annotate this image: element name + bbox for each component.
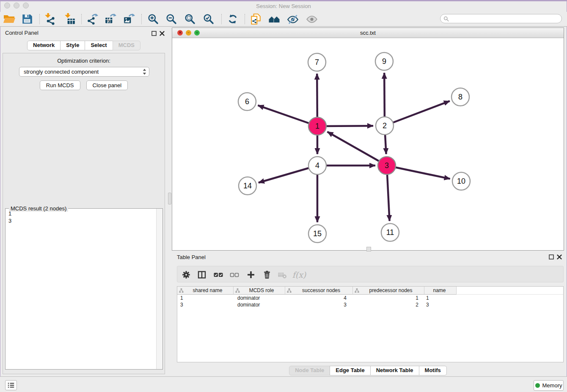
graph-node-label: 14: [243, 182, 252, 190]
tab-network[interactable]: Network: [27, 41, 61, 50]
save-session-button[interactable]: [20, 12, 34, 26]
network-graph[interactable]: 7968124314101511: [172, 38, 564, 250]
cell-name: 1: [424, 295, 457, 301]
export-network-icon: [86, 13, 98, 25]
optimization-criterion-select[interactable]: strongly connected component: [19, 67, 149, 77]
graph-node-label: 10: [457, 177, 465, 185]
table-toolbar: f(x): [177, 266, 564, 282]
tab-mcds[interactable]: MCDS: [113, 41, 140, 50]
close-panel-icon[interactable]: [160, 31, 165, 36]
table-settings-button[interactable]: [180, 269, 192, 281]
export-image-button[interactable]: [122, 12, 136, 26]
checked-checkboxes-icon: [213, 270, 224, 280]
main-toolbar: [0, 12, 567, 27]
zoom-fit-button[interactable]: [183, 12, 197, 26]
home-view-button[interactable]: [267, 12, 281, 26]
graph-edge-1-6[interactable]: [258, 105, 318, 126]
network-window-titlebar: ✕ − ＋ scc.txt: [172, 28, 564, 38]
tab-network-table[interactable]: Network Table: [370, 366, 419, 375]
toolbar-separator: [39, 14, 40, 24]
mcds-result-item: 1: [6, 210, 157, 217]
graph-edge-3-10[interactable]: [387, 166, 450, 179]
mcds-result-list[interactable]: 1 3: [6, 210, 157, 369]
delete-columns-button[interactable]: [261, 269, 273, 281]
tab-node-table[interactable]: Node Table: [289, 366, 330, 375]
zoom-out-icon: [165, 13, 177, 25]
eye-slash-icon: [287, 13, 299, 25]
copy-network-icon: [250, 13, 261, 25]
column-header-shared-name[interactable]: shared name: [177, 287, 234, 295]
close-panel-icon[interactable]: [557, 254, 562, 259]
import-table-icon: [64, 13, 76, 25]
graph-node-label: 8: [458, 93, 462, 101]
tab-edge-table[interactable]: Edge Table: [330, 366, 370, 375]
column-header-name[interactable]: name: [424, 287, 457, 295]
run-mcds-button[interactable]: Run MCDS: [40, 80, 80, 90]
node-table-header: shared name MCDS role successor nodes pr…: [177, 287, 563, 295]
gear-icon: [181, 270, 191, 280]
column-header-successor-nodes[interactable]: successor nodes: [285, 287, 353, 295]
zoom-in-button[interactable]: [146, 12, 160, 26]
cell-shared-name: 1: [177, 295, 234, 301]
table-row[interactable]: 3 dominator 3 2 3: [177, 301, 563, 308]
mcds-result-group: MCDS result (2 nodes) 1 3: [5, 208, 163, 370]
cell-predecessor-nodes: 1: [353, 295, 424, 301]
network-search-field[interactable]: [440, 14, 562, 23]
control-panel-title: Control Panel: [5, 30, 39, 36]
table-row[interactable]: 1 dominator 4 1 1: [177, 295, 563, 301]
search-icon: [443, 16, 449, 22]
float-panel-icon[interactable]: [151, 31, 157, 36]
show-panels-button[interactable]: [5, 380, 17, 390]
show-elements-button[interactable]: [305, 12, 319, 26]
table-panel-title: Table Panel: [177, 254, 206, 260]
export-network-button[interactable]: [85, 12, 99, 26]
graph-node-label: 7: [315, 58, 319, 66]
export-table-button[interactable]: [103, 12, 118, 26]
graph-edge-3-1[interactable]: [328, 132, 387, 166]
zoom-selected-button[interactable]: [201, 12, 216, 26]
close-panel-button[interactable]: Close panel: [86, 80, 128, 90]
column-label: name: [424, 287, 456, 293]
float-panel-icon[interactable]: [549, 254, 554, 259]
memory-button[interactable]: Memory: [534, 380, 564, 391]
eye-icon: [306, 13, 318, 25]
plus-icon: [246, 270, 256, 280]
unchecked-checkboxes-icon: [229, 270, 240, 280]
import-table-button[interactable]: [63, 12, 77, 26]
show-columns-button[interactable]: [196, 269, 208, 281]
zoom-out-button[interactable]: [164, 12, 179, 26]
export-table-icon: [105, 13, 116, 25]
application-window: Session: New Session: [0, 0, 567, 392]
cell-successor-nodes: 4: [285, 295, 353, 301]
hierarchy-icon: [179, 288, 184, 293]
network-resize-grip[interactable]: [366, 247, 371, 251]
tab-motifs[interactable]: Motifs: [419, 366, 447, 375]
graph-edge-2-8[interactable]: [385, 101, 450, 126]
tab-style[interactable]: Style: [60, 41, 85, 50]
zoom-fit-icon: [184, 13, 196, 25]
split-columns-icon: [197, 270, 207, 280]
houses-icon: [268, 13, 280, 25]
toolbar-separator: [141, 14, 142, 24]
select-all-rows-button[interactable]: [212, 269, 224, 281]
column-header-mcds-role[interactable]: MCDS role: [234, 287, 285, 295]
column-label: shared name: [184, 287, 233, 293]
cell-name: 3: [424, 302, 457, 308]
create-column-button[interactable]: [245, 269, 257, 281]
open-session-button[interactable]: [2, 12, 17, 26]
optimization-criterion-label: Optimization criterion:: [3, 58, 165, 64]
graph-node-label: 11: [386, 228, 394, 237]
refresh-layout-button[interactable]: [226, 12, 240, 26]
cell-predecessor-nodes: 2: [353, 302, 424, 308]
hide-elements-button[interactable]: [286, 12, 300, 26]
deselect-all-rows-button[interactable]: [228, 269, 240, 281]
import-network-button[interactable]: [43, 12, 57, 26]
search-input[interactable]: [451, 15, 561, 22]
tab-select[interactable]: Select: [85, 41, 113, 50]
clone-network-button[interactable]: [248, 12, 263, 26]
node-table: shared name MCDS role successor nodes pr…: [177, 286, 564, 362]
column-header-predecessor-nodes[interactable]: predecessor nodes: [353, 287, 424, 295]
select-stepper-icon: [143, 69, 146, 75]
result-scrollbar[interactable]: [156, 209, 162, 369]
split-pane-grip[interactable]: [168, 193, 171, 204]
